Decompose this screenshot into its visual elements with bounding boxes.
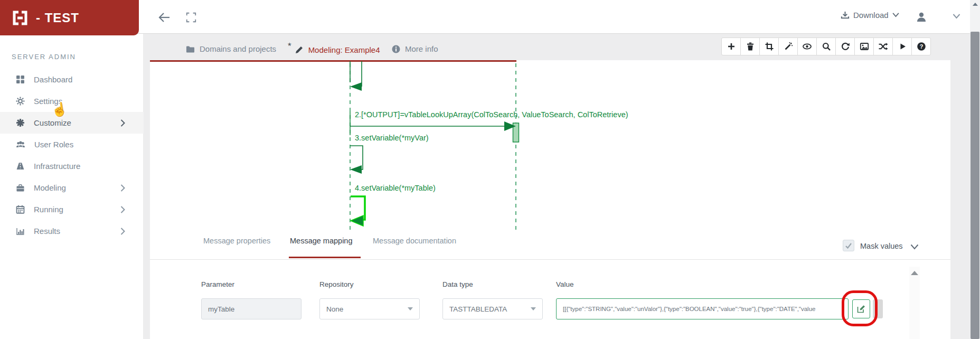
run-button[interactable]	[892, 37, 912, 55]
sidebar-item-customize[interactable]: Customize	[0, 112, 144, 134]
user-account-button[interactable]	[915, 10, 928, 24]
message-1-return-arrow[interactable]	[350, 61, 362, 91]
sidebar-item-dashboard[interactable]: Dashboard	[0, 69, 144, 90]
add-button[interactable]	[721, 37, 741, 55]
pencil-icon	[295, 45, 304, 54]
message-label[interactable]: 4.setVariable(*myTable)	[355, 184, 436, 192]
edit-value-button[interactable]	[852, 299, 870, 318]
sidebar-item-user-roles[interactable]: User Roles	[0, 134, 144, 155]
sequence-diagram: 2.[*OUTPUT]=vTableLookUpArray(ColToSearc…	[150, 61, 950, 236]
magic-wand-button[interactable]	[778, 37, 798, 55]
download-menu[interactable]: Download	[841, 11, 899, 20]
chevron-right-icon	[120, 206, 126, 213]
chevron-right-icon	[120, 184, 126, 192]
tab-message-properties[interactable]: Message properties	[203, 237, 270, 245]
sidebar-item-label: Modeling	[34, 183, 66, 192]
image-icon	[860, 42, 869, 51]
fullscreen-button[interactable]	[185, 11, 197, 24]
chevron-down-icon	[910, 244, 919, 250]
crop-button[interactable]	[759, 37, 779, 55]
expand-icon	[185, 12, 197, 23]
tab-modeling-example4[interactable]: * Modeling: Example4	[288, 44, 380, 55]
shuffle-button[interactable]	[873, 37, 893, 55]
briefcase-icon	[16, 184, 25, 192]
back-button[interactable]	[156, 10, 172, 25]
chevron-down-icon	[892, 13, 899, 17]
tab-message-mapping[interactable]: Message mapping	[290, 237, 353, 245]
shuffle-icon	[878, 42, 888, 51]
sidebar-item-modeling[interactable]: Modeling	[0, 177, 144, 199]
calendar-icon	[16, 205, 25, 214]
data-type-select[interactable]: TASTTABLEDATA	[442, 298, 543, 319]
page-scrollbar[interactable]	[970, 0, 980, 339]
sidebar-item-label: Running	[34, 205, 63, 214]
download-label: Download	[853, 11, 889, 20]
sidebar-item-label: User Roles	[34, 140, 73, 149]
tab-domains-and-projects[interactable]: Domains and projects	[186, 44, 276, 53]
tab-label: More info	[405, 44, 438, 53]
message-3[interactable]: 3.setVariable(*myVar)	[350, 134, 429, 174]
preview-button[interactable]	[797, 37, 817, 55]
scrollbar-thumb[interactable]	[970, 32, 979, 339]
person-icon	[915, 11, 928, 23]
secondary-action-button[interactable]	[873, 299, 883, 318]
message-label[interactable]: 3.setVariable(*myVar)	[355, 134, 429, 142]
trash-icon	[746, 42, 755, 51]
mask-values-checkbox[interactable]	[843, 240, 854, 251]
folder-icon	[186, 45, 195, 53]
eye-icon	[802, 42, 812, 51]
select-caret-icon	[408, 307, 413, 310]
sidebar-section-label: SERVER ADMIN	[12, 53, 76, 61]
refresh-button[interactable]	[835, 37, 855, 55]
delete-button[interactable]	[740, 37, 760, 55]
panel-collapse-button[interactable]	[910, 242, 919, 252]
sidebar-item-label: Settings	[34, 97, 62, 106]
tab-label: Modeling: Example4	[308, 45, 380, 54]
message-4-selected[interactable]: 4.setVariable(*myTable)	[351, 184, 436, 226]
tab-message-documentation[interactable]: Message documentation	[373, 237, 456, 245]
back-arrow-icon	[157, 10, 172, 25]
value-label: Value	[556, 280, 574, 288]
modeling-canvas-card: 2.[*OUTPUT]=vTableLookUpArray(ColToSearc…	[150, 60, 950, 339]
parameter-input[interactable]	[201, 298, 301, 319]
download-icon	[841, 11, 850, 20]
search-button[interactable]	[816, 37, 836, 55]
tab-more-info[interactable]: More info	[392, 44, 438, 53]
scroll-up-arrow-icon	[911, 271, 918, 275]
sidebar-item-label: Infrastructure	[34, 162, 80, 171]
topbar-more-button[interactable]	[951, 13, 961, 20]
bar-chart-icon	[16, 227, 25, 236]
refresh-icon	[841, 42, 850, 51]
gear-icon	[16, 97, 25, 106]
sidebar-item-infrastructure[interactable]: Infrastructure	[0, 155, 144, 177]
tab-label: Domains and projects	[200, 44, 276, 53]
users-icon	[16, 140, 25, 149]
sidebar-item-label: Results	[34, 227, 60, 236]
mask-values-label: Mask values	[860, 242, 903, 250]
info-icon	[392, 45, 400, 53]
image-button[interactable]	[854, 37, 874, 55]
form-scrollbar[interactable]	[909, 267, 920, 339]
chevron-right-icon	[120, 119, 126, 127]
chevron-down-icon	[953, 14, 960, 19]
play-icon	[898, 42, 907, 51]
message-label[interactable]: 2.[*OUTPUT]=vTableLookUpArray(ColToSearc…	[355, 110, 628, 119]
select-caret-icon	[531, 307, 536, 310]
selected-value: None	[326, 305, 343, 313]
sidebar-item-results[interactable]: Results	[0, 220, 144, 242]
tab-label: Message documentation	[373, 237, 456, 245]
value-input[interactable]	[556, 298, 849, 319]
magic-wand-icon	[784, 42, 793, 51]
sidebar-item-settings[interactable]: Settings	[0, 90, 144, 112]
sidebar-item-label: Customize	[34, 118, 71, 127]
diagram-toolbar: ?	[721, 37, 931, 55]
app-logo: - TEST	[0, 0, 139, 35]
help-button[interactable]: ?	[911, 37, 931, 55]
scrollbar-up-button[interactable]	[970, 0, 980, 8]
sidebar-item-running[interactable]: Running	[0, 199, 144, 220]
repository-select[interactable]: None	[319, 298, 420, 319]
panel-divider	[150, 259, 950, 260]
svg-text:?: ?	[919, 43, 923, 50]
selected-value: TASTTABLEDATA	[449, 305, 507, 313]
sidebar: SERVER ADMIN Dashboard Settings	[0, 34, 144, 339]
